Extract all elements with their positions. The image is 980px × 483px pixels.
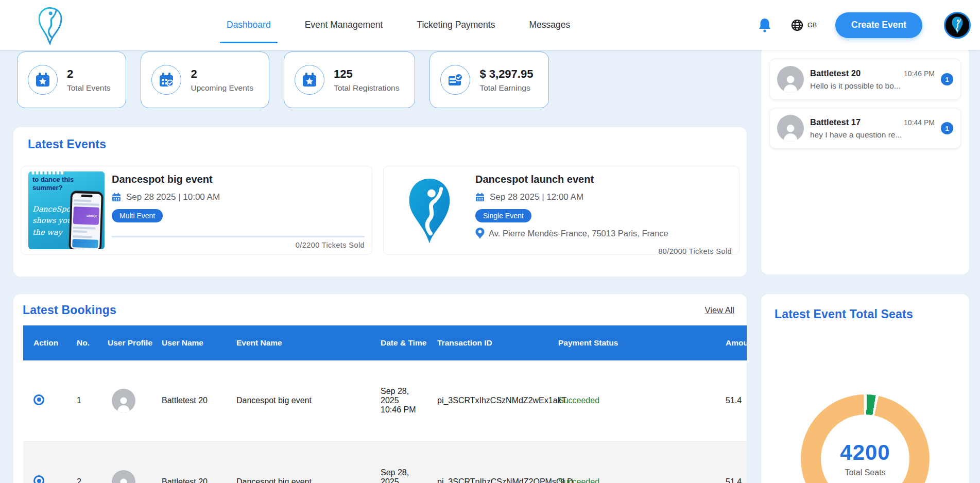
message-time: 10:46 PM [904, 70, 935, 78]
calendar-star-icon [295, 65, 324, 95]
booking-transaction-id: pi_3SCRTxIhzCSzNMdZ2wEx1akT [429, 360, 550, 441]
message-list-item[interactable]: Battletest 17 10:44 PM hey I have a ques… [769, 108, 961, 149]
event-card-big-event[interactable]: ▮▮▮▮▮▮▮▮ to dance this summer? DanceSpot… [21, 166, 372, 255]
wallet-check-icon [440, 65, 470, 95]
notifications-bell-icon[interactable] [758, 18, 771, 33]
booking-datetime: Sep 28, 2025 10:46 PM [372, 441, 429, 483]
message-preview: hey I have a question re... [810, 130, 935, 140]
booking-user-name: Battletest 20 [153, 360, 228, 441]
avatar-logo-icon [951, 16, 964, 34]
booking-payment-status: Succeeded [550, 441, 717, 483]
stat-value: 125 [334, 67, 400, 81]
phone-mockup: DANCE [69, 191, 103, 249]
table-row: 1 Battletest 20 Dancespot big event Sep … [23, 360, 747, 441]
col-no: No. [68, 325, 99, 360]
calendar-icon [112, 193, 121, 202]
latest-events-title: Latest Events [28, 137, 740, 151]
view-all-link[interactable]: View All [705, 305, 734, 315]
stat-value: 2 [191, 67, 253, 81]
view-booking-eye-icon[interactable] [33, 394, 44, 405]
booking-user-name: Battletest 20 [153, 441, 228, 483]
booking-event-name: Dancespot big event [228, 360, 372, 441]
stat-card-total-earnings: $ 3,297.95 Total Earnings [429, 51, 549, 108]
main-nav: Dashboard Event Management Ticketing Pay… [227, 0, 570, 50]
event-datetime: Sep 28 2025 | 12:00 AM [490, 192, 583, 202]
message-sender: Battletest 20 [810, 68, 861, 78]
tickets-sold-label: 0/2200 Tickets Sold [112, 241, 365, 249]
event-name: Dancespot launch event [475, 174, 732, 185]
message-avatar [777, 66, 804, 93]
stat-card-total-events: 2 Total Events [17, 51, 126, 108]
view-booking-eye-icon[interactable] [33, 475, 44, 483]
col-transaction-id: Transaction ID [429, 325, 550, 360]
tab-ticketing-payments[interactable]: Ticketing Payments [417, 20, 495, 30]
booking-no: 2 [68, 441, 99, 483]
total-seats-donut-chart: 4200 Total Seats [801, 394, 930, 483]
bookings-table: Action No. User Profile User Name Event … [23, 325, 747, 483]
tab-event-management[interactable]: Event Management [305, 20, 383, 30]
event-type-badge: Multi Event [112, 209, 163, 222]
tab-messages[interactable]: Messages [529, 20, 570, 30]
user-avatar[interactable] [944, 12, 971, 39]
table-header-row: Action No. User Profile User Name Event … [23, 325, 747, 360]
create-event-button[interactable]: Create Event [835, 12, 922, 38]
tickets-sold-label: 80/2000 Tickets Sold [475, 247, 732, 255]
latest-event-total-seats-section: Latest Event Total Seats 4200 Total Seat… [761, 294, 969, 483]
bookings-table-container[interactable]: Action No. User Profile User Name Event … [23, 325, 747, 483]
thumb-headline: to dance this summer? [32, 176, 84, 193]
col-event-name: Event Name [228, 325, 372, 360]
stat-value: 2 [67, 67, 110, 81]
event-logo-image [391, 171, 468, 249]
donut-center-label: Total Seats [845, 468, 885, 477]
stat-label: Total Events [67, 83, 110, 93]
message-sender: Battletest 17 [810, 117, 861, 127]
stat-value: $ 3,297.95 [479, 67, 533, 81]
col-user-profile: User Profile [99, 325, 153, 360]
message-time: 10:44 PM [904, 118, 935, 127]
stat-card-total-registrations: 125 Total Registrations [284, 51, 416, 108]
navbar-actions: GB Create Event [758, 0, 971, 50]
user-profile-avatar [112, 389, 135, 412]
event-card-launch-event[interactable]: Dancespot launch event Sep 28 2025 | 12:… [383, 166, 740, 255]
table-row: 2 Battletest 20 Dancespot big event Sep … [23, 441, 747, 483]
location-pin-icon [475, 228, 485, 239]
latest-bookings-section: Latest Bookings View All Action No. User… [13, 294, 747, 483]
col-user-name: User Name [153, 325, 228, 360]
stat-label: Upcoming Events [191, 83, 253, 93]
message-list-item[interactable]: Battletest 20 10:46 PM Hello is it possi… [769, 59, 961, 100]
latest-events-section: Latest Events ▮▮▮▮▮▮▮▮ to dance this sum… [13, 127, 747, 277]
col-action: Action [23, 325, 68, 360]
booking-datetime: Sep 28, 2025 10:46 PM [372, 360, 429, 441]
booking-amount: 51.4 [717, 360, 747, 441]
user-profile-avatar [112, 470, 135, 483]
unread-count-badge: 1 [941, 73, 953, 85]
language-selector[interactable]: GB [791, 19, 817, 31]
event-datetime: Sep 28 2025 | 10:00 AM [126, 192, 220, 202]
col-date-time: Date & Time [372, 325, 429, 360]
stats-row: 2 Total Events 2 Upcoming Events 125 Tot… [17, 51, 549, 108]
booking-no: 1 [68, 360, 99, 441]
donut-center-value: 4200 [840, 440, 890, 465]
stat-label: Total Registrations [334, 83, 400, 93]
unread-count-badge: 1 [941, 122, 953, 134]
event-location: Av. Pierre Mendès-France, 75013 Paris, F… [489, 229, 668, 238]
calendar-icon [475, 193, 485, 202]
event-name: Dancespot big event [112, 174, 365, 185]
thumb-script-text: DanceSpot shows you the way [32, 203, 74, 238]
event-type-badge: Single Event [475, 209, 531, 222]
dancespot-logo-icon [35, 5, 65, 45]
language-code: GB [807, 22, 817, 29]
globe-icon [791, 19, 803, 31]
booking-transaction-id: pi_3SCRTpIhzCSzNMdZ2QPMsOLD [429, 441, 550, 483]
booking-event-name: Dancespot big event [228, 441, 372, 483]
booking-amount: 51.4 [717, 441, 747, 483]
calendar-check-icon [151, 65, 181, 95]
tab-dashboard[interactable]: Dashboard [227, 20, 271, 30]
latest-bookings-title: Latest Bookings [23, 303, 116, 317]
event-thumbnail-image: ▮▮▮▮▮▮▮▮ to dance this summer? DanceSpot… [28, 171, 105, 249]
top-navbar: Dashboard Event Management Ticketing Pay… [0, 0, 980, 50]
latest-messages-panel: Battletest 20 10:46 PM Hello is it possi… [761, 46, 969, 274]
calendar-star-icon [28, 65, 58, 95]
message-avatar [777, 115, 804, 142]
col-payment-status: Payment Status [550, 325, 717, 360]
